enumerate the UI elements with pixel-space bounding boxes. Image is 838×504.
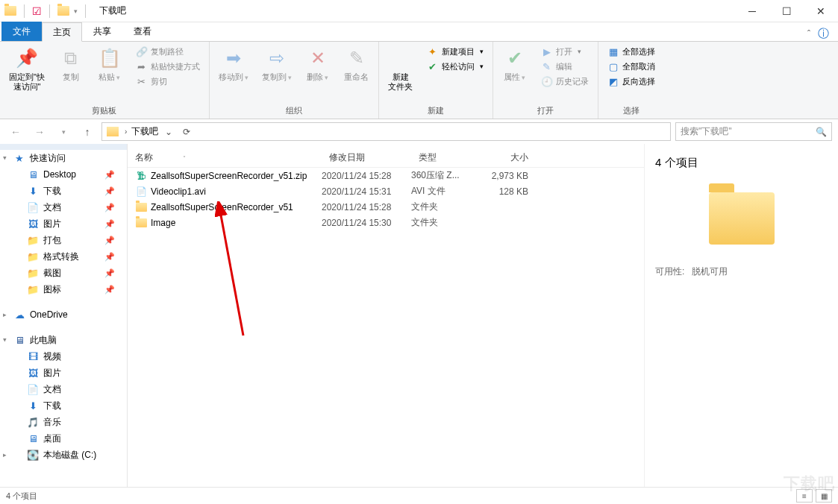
sidebar-item[interactable]: 📁图标📌 <box>0 281 127 297</box>
minimize-button[interactable]: ─ <box>735 0 769 22</box>
refresh-icon[interactable]: ⟳ <box>178 127 196 137</box>
search-icon[interactable]: 🔍 <box>816 127 827 137</box>
cut-button[interactable]: ✂剪切 <box>133 75 203 88</box>
folder-icon <box>136 218 147 227</box>
address-bar[interactable]: › 下载吧 ⌄ ⟳ <box>101 122 671 141</box>
tab-share[interactable]: 共享 <box>82 22 122 41</box>
copy-button[interactable]: ⧉ 复制 <box>55 45 87 84</box>
close-button[interactable]: ✕ <box>804 0 838 22</box>
app-icon <box>4 6 16 16</box>
forward-button[interactable]: → <box>30 122 49 142</box>
copy-to-button[interactable]: ⇨复制到 <box>259 45 295 84</box>
column-name[interactable]: 名称˅ <box>128 151 322 164</box>
select-none-button[interactable]: ▢全部取消 <box>604 60 658 73</box>
sidebar-item[interactable]: 🖼图片📌 <box>0 215 127 232</box>
paste-button[interactable]: 📋 粘贴 <box>94 45 125 84</box>
sidebar-quick-access[interactable]: ▸ ★ 快速访问 <box>0 150 127 166</box>
address-dropdown-icon[interactable]: ⌄ <box>160 127 178 137</box>
ribbon-group-clipboard: 📌 固定到"快 速访问" ⧉ 复制 📋 粘贴 🔗复制路径 ➦粘贴快捷方式 ✂剪切… <box>0 42 210 119</box>
sidebar-item-label: 格式转换 <box>43 251 79 263</box>
pin-quick-access-button[interactable]: 📌 固定到"快 速访问" <box>6 45 48 93</box>
expand-icon[interactable]: ▸ <box>1 338 9 342</box>
tab-view[interactable]: 查看 <box>122 22 163 41</box>
sidebar-item[interactable]: 🎵音乐 <box>0 414 127 430</box>
sidebar-item[interactable]: ▸💽本地磁盘 (C:) <box>0 447 127 463</box>
sidebar-item[interactable]: 🖥桌面 <box>0 430 127 447</box>
sidebar-item[interactable]: ⬇下载 <box>0 397 127 414</box>
collapse-ribbon-icon[interactable]: ˆ <box>807 29 810 40</box>
expand-icon[interactable]: ▸ <box>1 157 9 160</box>
tab-home[interactable]: 主页 <box>42 22 82 42</box>
paste-shortcut-button[interactable]: ➦粘贴快捷方式 <box>133 60 203 73</box>
copy-path-button[interactable]: 🔗复制路径 <box>133 45 203 58</box>
item-icon: 📁 <box>27 283 39 295</box>
sidebar-item[interactable]: 📁截图📌 <box>0 265 127 281</box>
sidebar-item-label: 图标 <box>43 283 61 296</box>
expand-icon[interactable]: ▸ <box>3 311 7 318</box>
checkbox-icon[interactable]: ☑ <box>32 5 42 17</box>
rename-button[interactable]: ✎重命名 <box>341 45 372 84</box>
sidebar-item[interactable]: ⬇下载📌 <box>0 183 127 199</box>
ribbon: 📌 固定到"快 速访问" ⧉ 复制 📋 粘贴 🔗复制路径 ➦粘贴快捷方式 ✂剪切… <box>0 41 838 119</box>
sidebar-item[interactable]: 📁格式转换📌 <box>0 248 127 265</box>
sidebar-item-label: 本地磁盘 (C:) <box>43 449 96 462</box>
sidebar-item[interactable]: 📄文档 <box>0 381 127 397</box>
properties-button[interactable]: ✔属性 <box>499 45 531 84</box>
tab-file[interactable]: 文件 <box>1 22 42 41</box>
open-button[interactable]: ▶打开▾ <box>538 45 592 58</box>
breadcrumb[interactable]: 下载吧 <box>130 125 160 138</box>
help-icon[interactable]: ⓘ <box>818 27 829 41</box>
edit-button[interactable]: ✎编辑 <box>538 60 592 73</box>
sidebar-item[interactable]: 📁打包📌 <box>0 232 127 248</box>
file-name: ZeallsoftSuperScreenRecorder_v51 <box>151 202 293 212</box>
file-row[interactable]: 📄Videoclip1.avi2020/11/24 15:31AVI 文件128… <box>128 183 644 199</box>
history-dropdown[interactable]: ▾ <box>54 122 73 142</box>
expand-icon[interactable]: ▸ <box>3 451 7 459</box>
maximize-button[interactable]: ☐ <box>769 0 804 22</box>
history-button[interactable]: 🕘历史记录 <box>538 75 592 88</box>
chevron-right-icon[interactable]: › <box>122 127 130 136</box>
pin-icon: 📌 <box>104 203 115 212</box>
item-icon: 📄 <box>27 383 39 395</box>
edit-icon: ✎ <box>541 60 553 72</box>
file-row[interactable]: ZeallsoftSuperScreenRecorder_v512020/11/… <box>128 199 644 215</box>
sidebar-item[interactable]: 📄文档📌 <box>0 199 127 215</box>
select-none-icon: ▢ <box>607 60 619 72</box>
up-button[interactable]: ↑ <box>78 122 97 142</box>
move-to-button[interactable]: ➡移动到 <box>216 45 251 84</box>
file-row[interactable]: Image2020/11/24 15:30文件夹 <box>128 215 644 230</box>
pin-icon: 📌 <box>104 170 115 180</box>
file-date: 2020/11/24 15:31 <box>322 186 411 197</box>
cut-icon: ✂ <box>136 75 148 87</box>
delete-button[interactable]: ✕删除 <box>302 45 334 84</box>
select-all-button[interactable]: ▦全部选择 <box>604 45 658 58</box>
column-size[interactable]: 大小 <box>475 151 542 164</box>
explorer-icon[interactable] <box>57 6 69 16</box>
pin-icon: 📌 <box>104 285 115 294</box>
view-details-button[interactable]: ≡ <box>796 489 813 503</box>
sidebar-this-pc[interactable]: ▸ 🖥 此电脑 <box>0 332 127 348</box>
sidebar-item-label: Desktop <box>43 169 76 180</box>
item-icon: 📄 <box>27 201 39 213</box>
new-item-button[interactable]: ✦新建项目▾ <box>424 45 487 58</box>
sidebar-onedrive[interactable]: ▸ ☁ OneDrive <box>0 306 127 323</box>
group-label-select: 选择 <box>604 104 658 119</box>
pin-icon: 📌 <box>15 46 39 70</box>
column-date[interactable]: 修改日期 <box>322 151 411 164</box>
file-row[interactable]: 🗜ZeallsoftSuperScreenRecorder_v51.zip202… <box>128 168 644 183</box>
pc-icon: 🖥 <box>13 334 25 346</box>
new-folder-button[interactable]: 新建 文件夹 <box>385 45 416 93</box>
view-large-icons-button[interactable]: ▦ <box>816 489 832 503</box>
sidebar-item[interactable]: 🖥Desktop📌 <box>0 166 127 183</box>
back-button[interactable]: ← <box>6 122 25 142</box>
file-type: 文件夹 <box>411 201 475 213</box>
qat-dropdown-icon[interactable]: ▾ <box>74 7 78 15</box>
sidebar-item[interactable]: 🎞视频 <box>0 348 127 365</box>
invert-selection-button[interactable]: ◩反向选择 <box>604 75 658 88</box>
sidebar-item-label: 图片 <box>43 218 61 230</box>
file-type: 360压缩 Z... <box>411 169 475 182</box>
sidebar-item[interactable]: 🖼图片 <box>0 365 127 381</box>
column-type[interactable]: 类型 <box>411 151 475 164</box>
easy-access-button[interactable]: ✔轻松访问▾ <box>424 60 487 73</box>
search-input[interactable]: 搜索"下载吧" 🔍 <box>675 122 832 141</box>
